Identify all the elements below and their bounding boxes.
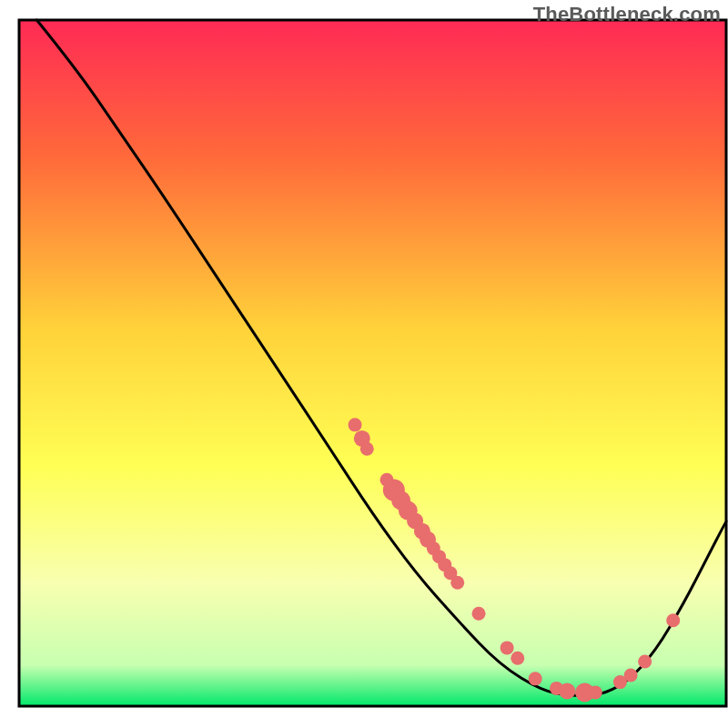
data-point <box>511 652 524 665</box>
data-point <box>349 418 362 431</box>
data-point <box>500 641 514 654</box>
data-point <box>638 654 652 668</box>
data-point <box>559 682 575 699</box>
data-point <box>360 442 374 456</box>
data-point <box>450 576 464 590</box>
data-point <box>529 672 542 685</box>
chart-background <box>19 20 726 706</box>
data-point <box>666 613 680 627</box>
data-point <box>624 669 638 682</box>
data-point <box>472 607 486 621</box>
watermark-text: TheBottleneck.com <box>533 3 721 26</box>
bottleneck-chart <box>0 0 728 728</box>
data-point <box>589 685 602 699</box>
